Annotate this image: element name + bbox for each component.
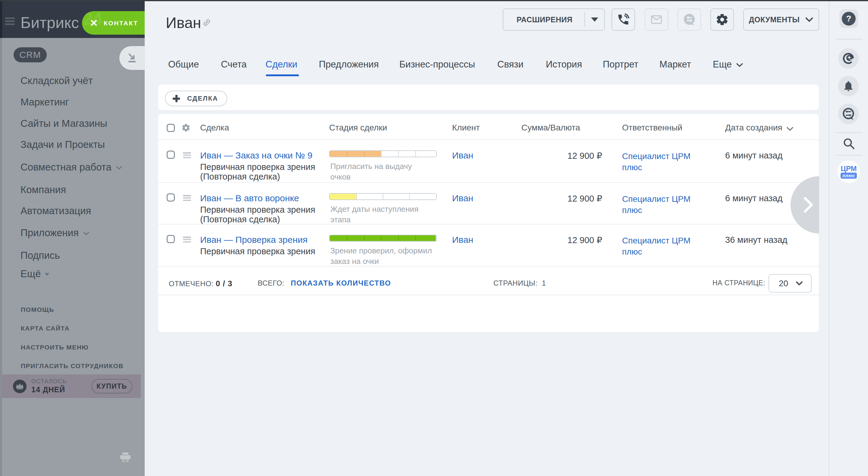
hamburger-menu-icon[interactable] <box>5 18 15 25</box>
active-tab-underline <box>266 74 299 76</box>
deal-title-link[interactable]: Иван — Проверка зрения <box>200 234 307 245</box>
show-count-link[interactable]: ПОКАЗАТЬ КОЛИЧЕСТВО <box>291 279 391 287</box>
tab-Общие[interactable]: Общие <box>168 59 199 70</box>
sidebar-item-label: Складской учёт <box>21 75 93 86</box>
license-remaining-value: 14 ДНЕЙ <box>31 385 65 394</box>
sidebar-item-crm[interactable]: CRM <box>13 47 47 62</box>
help-button[interactable]: ? <box>839 9 858 28</box>
deal-subtitle: Первичная проверка зрения <box>200 247 315 256</box>
extensions-button[interactable]: РАСШИРЕНИЯ <box>503 8 605 31</box>
column-header-created[interactable]: Дата создания <box>725 123 782 132</box>
documents-label: ДОКУМЕНТЫ <box>749 15 800 24</box>
sidebar-item-label: Маркетинг <box>21 96 69 107</box>
printer-icon[interactable] <box>120 452 130 462</box>
stage-segment-filled <box>347 151 364 157</box>
client-link[interactable]: Иван <box>452 150 473 161</box>
crm-plus-logo-bottom: плюс <box>841 172 857 179</box>
deal-subtitle2: (Повторная сделка) <box>200 215 280 224</box>
drag-handle-icon[interactable] <box>183 152 191 158</box>
row-checkbox[interactable] <box>167 235 175 243</box>
tab-Связи[interactable]: Связи <box>497 59 524 70</box>
column-header-deal[interactable]: Сделка <box>200 123 229 132</box>
buy-button[interactable]: КУПИТЬ <box>91 379 132 393</box>
tab-История[interactable]: История <box>546 59 582 70</box>
chevron-down-icon <box>83 231 90 235</box>
responsible-link[interactable]: Специалист ЦРМплюс <box>622 151 690 173</box>
drag-handle-icon[interactable] <box>183 195 191 201</box>
row-checkbox[interactable] <box>167 193 175 201</box>
sidebar-footer-link[interactable]: КАРТА САЙТА <box>21 325 70 332</box>
tab-Сделки[interactable]: Сделки <box>266 59 298 70</box>
column-header-amount[interactable]: Сумма/Валюта <box>521 123 580 132</box>
row-checkbox[interactable] <box>167 151 175 159</box>
sidebar-item[interactable]: Задачи и Проекты <box>21 139 105 150</box>
select-all-checkbox[interactable] <box>167 124 175 132</box>
sidebar-item[interactable]: Ещё <box>21 268 50 280</box>
extensions-label: РАСШИРЕНИЯ <box>503 15 584 24</box>
stage-name-line1: Ждет даты наступления <box>330 204 418 214</box>
call-button[interactable] <box>612 8 635 31</box>
tab-Еще[interactable]: Еще <box>713 59 743 70</box>
stage-segment-filled <box>381 235 398 241</box>
tab-label: Связи <box>497 59 524 70</box>
deal-title-link[interactable]: Иван — Заказ на очки № 9 <box>200 150 313 161</box>
sidebar-item-label: Ещё <box>21 268 41 279</box>
open-lines-button[interactable] <box>678 8 701 31</box>
close-slider-icon[interactable] <box>90 20 97 26</box>
drag-handle-icon[interactable] <box>183 236 191 243</box>
copilot-button[interactable] <box>838 48 859 69</box>
tab-Маркет[interactable]: Маркет <box>659 59 691 70</box>
created-date: 6 минут назад <box>725 151 782 161</box>
responsible-link[interactable]: Специалист ЦРМплюс <box>622 235 690 257</box>
column-header-client[interactable]: Клиент <box>452 123 480 132</box>
stage-segment-filled <box>330 235 347 241</box>
tab-Предложения[interactable]: Предложения <box>319 59 379 70</box>
column-header-stage[interactable]: Стадия сделки <box>329 123 387 132</box>
sidebar-item[interactable]: Совместная работа <box>21 161 122 173</box>
client-link[interactable]: Иван <box>452 235 473 245</box>
sidebar-footer-link[interactable]: НАСТРОИТЬ МЕНЮ <box>21 344 89 351</box>
crm-plus-logo[interactable]: ЦРМ плюс <box>837 160 860 183</box>
extensions-dropdown-caret[interactable] <box>585 18 604 22</box>
sidebar-item[interactable]: Сайты и Магазины <box>21 118 107 129</box>
stage-name-line2: очков <box>330 172 350 181</box>
search-icon <box>843 138 856 150</box>
sidebar-footer-link[interactable]: ПОМОЩЬ <box>21 306 54 313</box>
next-entity-button[interactable] <box>790 176 819 233</box>
sidebar-item[interactable]: Компания <box>21 184 66 195</box>
sidebar-footer-link[interactable]: ПРИГЛАСИТЬ СОТРУДНИКОВ <box>21 362 124 370</box>
sidebar-item[interactable]: Автоматизация <box>21 205 91 217</box>
add-deal-button[interactable]: СДЕЛКА <box>165 91 227 106</box>
settings-button[interactable] <box>710 8 734 31</box>
notifications-button[interactable] <box>838 76 859 96</box>
sidebar-item[interactable]: Складской учёт <box>21 75 93 87</box>
messenger-button[interactable] <box>838 104 859 124</box>
stage-segment-empty <box>383 194 409 199</box>
grid-header-row: Сделка Стадия сделки Клиент Сумма/Валюта… <box>158 114 819 140</box>
responsible-link[interactable]: Специалист ЦРМплюс <box>622 193 690 216</box>
client-link[interactable]: Иван <box>452 193 473 203</box>
sidebar-item[interactable]: Маркетинг <box>21 96 69 108</box>
deal-row: Иван — Проверка зренияПервичная проверка… <box>158 224 819 266</box>
add-deal-label: СДЕЛКА <box>187 95 218 102</box>
stage-segment-filled <box>364 151 381 157</box>
collapse-slider-button[interactable] <box>119 46 145 70</box>
responsible-line2: плюс <box>622 204 690 216</box>
copy-link-icon[interactable] <box>202 18 211 27</box>
deal-row: Иван — Заказ на очки № 9Первичная провер… <box>158 140 819 183</box>
deal-title-link[interactable]: Иван — В авто воронке <box>200 193 299 204</box>
tab-Бизнес-процессы[interactable]: Бизнес-процессы <box>399 59 475 70</box>
tab-label: Бизнес-процессы <box>399 59 475 70</box>
sort-desc-icon[interactable] <box>786 127 794 131</box>
search-button[interactable] <box>843 138 856 150</box>
grid-settings-gear-icon[interactable] <box>181 123 190 132</box>
tab-Счета[interactable]: Счета <box>221 59 247 70</box>
sidebar-item[interactable]: Подпись <box>21 250 60 261</box>
stage-segment-empty <box>381 151 398 157</box>
documents-button[interactable]: ДОКУМЕНТЫ <box>743 8 819 31</box>
column-header-responsible[interactable]: Ответственный <box>622 123 682 132</box>
per-page-select[interactable]: 20 <box>769 274 812 292</box>
tab-Портрет[interactable]: Портрет <box>603 59 638 70</box>
sidebar-item[interactable]: Приложения <box>21 227 90 239</box>
email-button[interactable] <box>645 8 668 31</box>
